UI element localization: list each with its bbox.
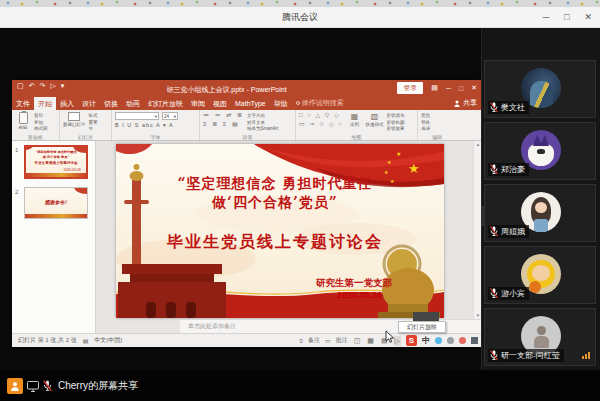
participant-tile[interactable]: 研一支部-闫红莹 [484,308,596,366]
slide-canvas[interactable]: ★ ★ ★ ★ ★ [116,144,444,318]
spellcheck-icon[interactable]: ▤ [83,337,89,344]
format-painter-button[interactable]: 格式刷 [34,126,48,131]
comments-toggle[interactable]: 批注 [336,336,348,345]
notes-toggle-icon[interactable]: ≡ [300,338,304,344]
list-buttons[interactable]: ≔ ≕ ⇄ ≣ [203,112,244,119]
lightbulb-icon [296,101,300,105]
tab-home[interactable]: 开始 [34,97,56,110]
language-indicator[interactable]: 中文(中国) [94,336,122,345]
new-slide-button[interactable]: 新建幻灯片 [63,112,86,133]
minimize-icon[interactable]: ─ [543,12,549,22]
login-button[interactable]: 登录 [397,82,423,94]
group-slides: 新建幻灯片 版式 重置 节 幻灯片 [60,110,112,140]
thumb-decoration [24,145,33,150]
share-button[interactable]: 共享 [454,98,477,108]
bottom-bar: Cherry的屏幕共享 [0,370,600,401]
slide-subtitle: 毕业生党员线上专题讨论会 [116,232,434,253]
participant-tile[interactable]: 郑治豪 [484,122,596,180]
mouse-cursor [385,330,395,348]
participant-tile[interactable]: 游小宾 [484,246,596,304]
slide-thumbnail-2[interactable]: 感谢参会! [24,187,88,219]
sogou-ime-icon[interactable]: S [406,335,417,346]
text-direction-button[interactable]: 文字方向 [247,113,278,118]
copy-button[interactable]: 复制 [34,120,48,125]
comments-toggle-icon[interactable]: ▭ [325,337,331,344]
ime-toolbar-icon[interactable] [447,337,454,344]
tab-view[interactable]: 视图 [209,97,231,110]
find-button[interactable]: 查找 [421,113,430,118]
slideshow-tooltip: 幻灯片放映 [398,321,446,333]
start-slideshow-icon[interactable]: ▷ [50,82,55,90]
meeting-window-title: 腾讯会议 [0,7,600,27]
participant-tile[interactable]: 周姮娥 [484,184,596,242]
shape-fill-button[interactable]: 形状填充 [386,113,404,118]
notes-toggle[interactable]: 备注 [308,336,320,345]
thumb-decoration [25,214,87,218]
section-button[interactable]: 节 [89,126,98,131]
qat-more-icon[interactable]: ▾ [61,82,65,90]
ppt-status-bar: 幻灯片 第 1 张,共 2 张 ▤ 中文(中国) ≡ 备注 ▭ 批注 ◫ ▦ ▤… [12,333,481,347]
ime-toolbar-icon[interactable] [459,337,466,344]
ppt-window-controls: 登录 ▤ ─ □ ✕ [397,82,477,94]
tab-animations[interactable]: 动画 [122,97,144,110]
tell-me-search[interactable]: 操作说明搜索 [292,96,348,110]
layout-button[interactable]: 版式 [89,113,98,118]
shapes-row-1[interactable]: □ ○ △ ▽ ◇ [299,112,343,119]
group-label-slides: 幻灯片 [60,134,111,140]
redo-icon[interactable]: ↷ [40,82,46,90]
vertical-scrollbar[interactable]: ▲ ▼ [473,141,481,319]
svg-text:★: ★ [408,161,420,176]
ppt-minimize-icon[interactable]: ─ [446,85,451,92]
save-icon[interactable]: ▢ [17,82,24,90]
arrange-button[interactable]: ▦ 排列 [346,112,362,133]
slide-date: 2020.05.26 [337,290,382,300]
font-format-buttons[interactable]: B I U S abc A ▾ A [115,122,178,128]
ime-language-icon[interactable]: 中 [422,335,430,346]
slide-number-2: 2 [15,189,18,195]
ribbon-display-icon[interactable]: ▤ [431,84,438,92]
paste-button[interactable]: 粘贴 [15,112,31,133]
tab-slideshow[interactable]: 幻灯片放映 [144,97,187,110]
presenter-badge-icon [7,378,23,394]
thumb-decoration [74,187,88,194]
tab-insert[interactable]: 插入 [56,97,78,110]
group-label-font: 字体 [112,134,199,140]
tab-transitions[interactable]: 切换 [100,97,122,110]
tab-mathtype[interactable]: MathType [231,97,270,110]
ppt-close-icon[interactable]: ✕ [471,84,477,92]
shape-outline-button[interactable]: 形状轮廓 [386,120,404,125]
select-button[interactable]: 选择 [421,126,430,131]
mic-muted-icon [490,350,498,361]
align-text-button[interactable]: 对齐文本 [247,120,278,125]
reset-button[interactable]: 重置 [89,120,98,125]
shape-effects-button[interactable]: 形状效果 [386,126,404,131]
slide-sorter-view-icon[interactable]: ▦ [366,336,375,346]
tab-file[interactable]: 文件 [12,97,34,110]
ime-toolbar-icon[interactable] [435,337,442,344]
slide-thumbnail-1[interactable]: “坚定理想信念 勇担时代重任 做‘四个合格’党员” 毕业生党员线上专题讨论会 2… [24,145,88,179]
tab-review[interactable]: 审阅 [187,97,209,110]
cut-button[interactable]: 剪切 [34,113,48,118]
smartart-button[interactable]: 转换为SmartArt [247,126,278,131]
tab-design[interactable]: 设计 [78,97,100,110]
close-icon[interactable]: ✕ [584,12,592,22]
maximize-icon[interactable]: □ [564,12,569,22]
search-hint-label: 操作说明搜索 [302,98,344,108]
participant-tile[interactable]: 樊文社 [484,60,596,118]
tab-help[interactable]: 帮助 [270,97,292,110]
participant-name: 周姮娥 [501,226,525,237]
replace-button[interactable]: 替换 [421,120,430,125]
mic-muted-icon [490,102,498,113]
undo-icon[interactable]: ↶ [29,82,35,90]
participant-name: 郑治豪 [501,164,525,175]
font-name-select[interactable]: ▾ [115,112,159,120]
shapes-row-2[interactable]: ▭ ⇒ ☆ ◇ ○ [299,121,343,128]
align-buttons[interactable]: ≡ ≣ ≡ ▤ [203,121,244,128]
normal-view-icon[interactable]: ◫ [353,336,362,346]
ppt-maximize-icon[interactable]: □ [459,85,463,92]
slide-title-line2: 做‘四个合格’党员” [116,194,434,212]
font-size-select[interactable]: 24 ▾ [162,112,178,120]
slide-thumbnail-panel: 1 “坚定理想信念 勇担时代重任 做‘四个合格’党员” 毕业生党员线上专题讨论会… [12,141,96,333]
quick-styles-button[interactable]: ▧ 快速样式 [365,112,383,133]
ime-toolbar-icon[interactable] [471,337,478,344]
